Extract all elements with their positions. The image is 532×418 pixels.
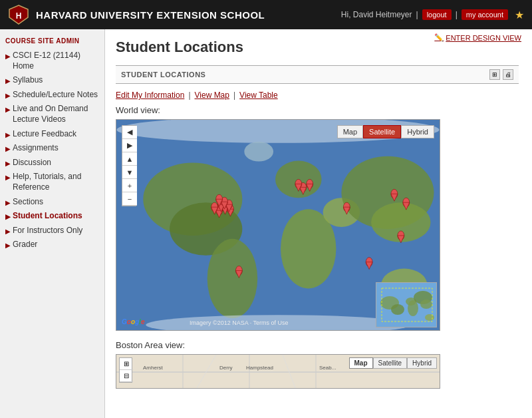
sidebar-item-label: Schedule/Lecture Notes (13, 90, 98, 101)
sidebar-item-label: Discussion (13, 158, 51, 168)
sidebar-item-label: Sections (13, 197, 43, 208)
logout-button[interactable]: logout (422, 9, 452, 20)
sidebar-items: ▶CSCI E-12 (21144) Home▶Syllabus▶Schedul… (0, 49, 104, 252)
separator2: | (456, 10, 458, 19)
layout: COURSE SITE ADMIN ▶CSCI E-12 (21144) Hom… (0, 29, 532, 418)
sidebar-item-discussion[interactable]: ▶Discussion (0, 156, 104, 170)
harvard-shield-icon: H (8, 4, 29, 25)
sidebar-arrow-icon: ▶ (5, 227, 11, 236)
header: H HARVARD UNIVERSITY EXTENSION SCHOOL Hi… (0, 0, 532, 29)
header-right: Hi, David Heitmeyer | logout | my accoun… (341, 9, 524, 21)
boston-view-label: Boston Area view: (116, 340, 519, 350)
map-type-buttons: Map Satellite Hybrid (337, 125, 434, 138)
map-attribution: Imagery ©2012 NASA · Terms of Use (190, 319, 289, 326)
svg-text:Derry: Derry (219, 365, 233, 371)
sidebar-item-for-instructors[interactable]: ▶For Instructors Only (0, 224, 104, 238)
sidebar-item-csci-home[interactable]: ▶CSCI E-12 (21144) Home (0, 49, 104, 73)
enter-design-view-button[interactable]: ✏️ ENTER DESIGN VIEW (434, 33, 521, 42)
edit-my-info-link[interactable]: Edit My Information (116, 91, 184, 100)
map-type-satellite-button[interactable]: Satellite (363, 125, 401, 138)
sidebar-arrow-icon: ▶ (5, 159, 11, 168)
world-view-label: World view: (116, 105, 519, 115)
move-up-button[interactable]: ▲ (122, 152, 137, 166)
boston-map-type-satellite-button[interactable]: Satellite (373, 357, 408, 369)
move-left-button[interactable]: ◀ (122, 126, 137, 139)
sidebar-item-live-demand[interactable]: ▶Live and On Demand Lecture Videos (0, 102, 104, 126)
section-label: STUDENT LOCATIONS (121, 71, 205, 79)
sidebar-arrow-icon: ▶ (5, 144, 11, 153)
svg-text:Hampstead: Hampstead (246, 365, 273, 371)
svg-point-53 (391, 304, 404, 315)
svg-text:Seab...: Seab... (319, 365, 336, 371)
world-map: ◀ ▶ ▲ ▼ + − Map Satellite Hybrid (116, 119, 440, 331)
design-view-label: ENTER DESIGN VIEW (446, 34, 521, 42)
separator: | (416, 10, 418, 19)
main-content-area: ✏️ ENTER DESIGN VIEW Student Locations S… (105, 29, 532, 418)
boston-shrink-button[interactable]: ⊟ (120, 370, 133, 382)
boston-expand-button[interactable]: ⊞ (120, 358, 133, 370)
sidebar-item-feedback[interactable]: ▶Lecture Feedback (0, 127, 104, 142)
main-content: Student Locations STUDENT LOCATIONS ⊞ 🖨 … (105, 29, 532, 402)
greeting-text: Hi, David Heitmeyer (341, 10, 412, 19)
mini-map-svg (376, 283, 437, 327)
svg-point-58 (425, 314, 434, 321)
boston-map-controls: ⊞ ⊟ (119, 357, 132, 383)
map-controls: ◀ ▶ ▲ ▼ + − (122, 125, 136, 206)
sidebar-arrow-icon: ▶ (5, 130, 11, 139)
sidebar-item-label: Syllabus (13, 75, 43, 86)
section-icons: ⊞ 🖨 (489, 69, 513, 80)
map-type-hybrid-button[interactable]: Hybrid (401, 125, 434, 138)
move-right-button[interactable]: ▶ (122, 139, 137, 152)
sidebar-arrow-icon: ▶ (5, 105, 11, 114)
sidebar: COURSE SITE ADMIN ▶CSCI E-12 (21144) Hom… (0, 29, 105, 418)
my-account-button[interactable]: my account (462, 9, 508, 20)
sidebar-item-label: Lecture Feedback (13, 129, 76, 140)
sidebar-item-grader[interactable]: ▶Grader (0, 238, 104, 252)
boston-map-type-hybrid-button[interactable]: Hybrid (407, 357, 437, 369)
zoom-out-button[interactable]: − (122, 192, 137, 206)
view-table-link[interactable]: View Table (239, 91, 278, 100)
zoom-in-button[interactable]: + (122, 179, 137, 192)
sidebar-item-help[interactable]: ▶Help, Tutorials, and Reference (0, 170, 104, 194)
move-down-button[interactable]: ▼ (122, 166, 137, 179)
expand-icon[interactable]: ⊞ (489, 69, 500, 80)
sidebar-item-label: Live and On Demand Lecture Videos (13, 104, 102, 124)
sidebar-item-label: Grader (13, 240, 37, 250)
boston-map: Amherst Derry Hampstead Seab... ⊞ ⊟ Map … (116, 354, 440, 389)
print-icon[interactable]: 🖨 (503, 69, 513, 80)
sidebar-item-sections[interactable]: ▶Sections (0, 195, 104, 210)
section-header: STUDENT LOCATIONS ⊞ 🖨 (116, 65, 519, 84)
sidebar-item-syllabus[interactable]: ▶Syllabus (0, 73, 104, 88)
sidebar-arrow-icon: ▶ (5, 212, 11, 221)
sidebar-arrow-icon: ▶ (5, 241, 11, 250)
sidebar-item-schedule[interactable]: ▶Schedule/Lecture Notes (0, 88, 104, 103)
google-logo: Google (122, 317, 144, 326)
sidebar-arrow-icon: ▶ (5, 77, 11, 85)
nav-sep2: | (233, 91, 235, 100)
sidebar-item-student-locations[interactable]: ▶Student Locations (0, 209, 104, 224)
svg-text:Amherst: Amherst (143, 365, 164, 371)
sidebar-item-label: Assignments (13, 143, 59, 154)
nav-links: Edit My Information | View Map | View Ta… (116, 91, 519, 100)
header-left: H HARVARD UNIVERSITY EXTENSION SCHOOL (8, 4, 265, 25)
boston-map-type-map-button[interactable]: Map (349, 357, 373, 369)
svg-text:H: H (16, 11, 22, 21)
sidebar-item-label: For Instructors Only (13, 226, 82, 236)
mini-map-thumbnail (376, 282, 437, 327)
svg-point-14 (244, 142, 273, 162)
star-icon: ★ (515, 9, 524, 21)
map-type-map-button[interactable]: Map (337, 125, 363, 138)
svg-point-10 (371, 202, 430, 242)
boston-map-type-buttons: Map Satellite Hybrid (349, 357, 437, 369)
svg-point-5 (207, 239, 258, 318)
sidebar-arrow-icon: ▶ (5, 52, 11, 61)
sidebar-arrow-icon: ▶ (5, 173, 11, 182)
sidebar-arrow-icon: ▶ (5, 91, 11, 100)
sidebar-item-label: Student Locations (13, 211, 82, 222)
pencil-icon: ✏️ (434, 33, 444, 42)
svg-point-6 (275, 161, 322, 198)
sidebar-item-assignments[interactable]: ▶Assignments (0, 141, 104, 156)
view-map-link[interactable]: View Map (195, 91, 229, 100)
header-title: HARVARD UNIVERSITY EXTENSION SCHOOL (36, 9, 265, 21)
sidebar-arrow-icon: ▶ (5, 198, 11, 207)
